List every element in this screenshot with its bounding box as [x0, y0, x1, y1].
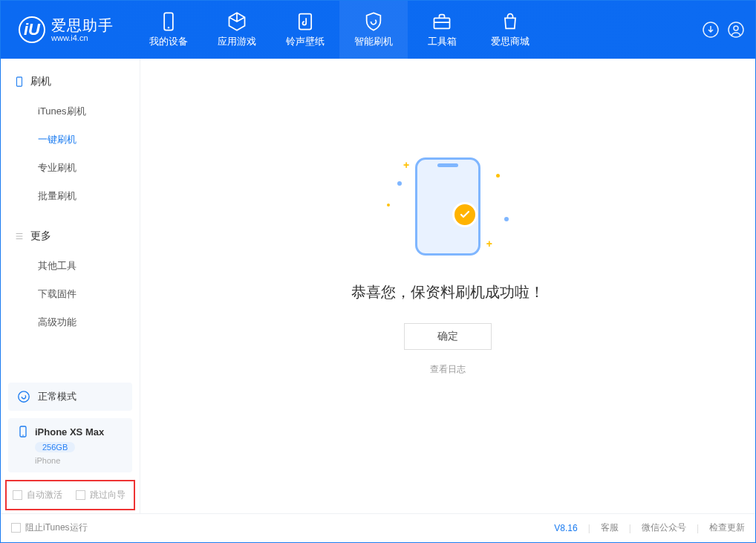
device-type: iPhone: [35, 456, 123, 465]
sidebar-section-flash: 刷机: [1, 69, 140, 94]
svg-point-7: [729, 22, 743, 37]
tab-store[interactable]: 爱思商城: [476, 1, 544, 59]
check-badge-icon: [452, 202, 478, 227]
device-mode-box[interactable]: 正常模式: [8, 383, 132, 411]
wechat-link[interactable]: 微信公众号: [642, 521, 686, 534]
footer-bar: 阻止iTunes运行 V8.16 | 客服 | 微信公众号 | 检查更新: [1, 513, 755, 542]
sidebar-item-advanced[interactable]: 高级功能: [1, 308, 140, 336]
tab-my-device[interactable]: 我的设备: [134, 1, 203, 59]
phone-small-icon: [17, 426, 29, 438]
toolbox-icon: [431, 11, 452, 32]
svg-rect-9: [17, 77, 22, 86]
tab-ringtone-wallpaper[interactable]: 铃声壁纸: [271, 1, 339, 59]
checkbox-icon: [11, 523, 21, 533]
checkbox-auto-activate[interactable]: 自动激活: [13, 489, 62, 501]
view-log-link[interactable]: 查看日志: [430, 363, 466, 376]
device-icon: [14, 77, 25, 87]
shield-refresh-icon: [363, 11, 384, 32]
user-icon[interactable]: [727, 21, 745, 39]
svg-rect-3: [434, 18, 450, 28]
sidebar-section-more: 更多: [1, 224, 140, 249]
support-link[interactable]: 客服: [601, 521, 619, 534]
download-icon[interactable]: [702, 21, 720, 39]
app-url: www.i4.cn: [51, 33, 114, 42]
sidebar-item-oneclick-flash[interactable]: 一键刷机: [1, 126, 140, 154]
svg-rect-2: [299, 14, 311, 30]
app-logo: iU 爱思助手 www.i4.cn: [1, 16, 127, 43]
svg-point-8: [734, 26, 738, 30]
success-message: 恭喜您，保资料刷机成功啦！: [351, 282, 544, 302]
app-title: 爱思助手: [51, 17, 114, 33]
device-info-box[interactable]: iPhone XS Max 256GB iPhone: [8, 418, 132, 472]
tab-apps[interactable]: 应用游戏: [203, 1, 271, 59]
bag-icon: [500, 11, 521, 32]
content-area: ++ 恭喜您，保资料刷机成功啦！ 确定 查看日志: [140, 59, 755, 513]
app-header: iU 爱思助手 www.i4.cn 我的设备 应用游戏 铃声壁纸 智能刷机 工具…: [1, 1, 755, 59]
sidebar-item-download-firmware[interactable]: 下载固件: [1, 280, 140, 308]
sidebar-item-itunes-flash[interactable]: iTunes刷机: [1, 97, 140, 126]
list-icon: [14, 231, 25, 241]
sidebar-item-pro-flash[interactable]: 专业刷机: [1, 154, 140, 182]
header-right-icons: [702, 21, 755, 39]
phone-icon: [158, 11, 179, 32]
sidebar-item-other-tools[interactable]: 其他工具: [1, 252, 140, 280]
logo-icon: iU: [19, 16, 45, 43]
ok-button[interactable]: 确定: [404, 323, 492, 350]
checkbox-skip-guide[interactable]: 跳过向导: [76, 489, 126, 501]
check-update-link[interactable]: 检查更新: [709, 521, 745, 534]
refresh-icon: [17, 390, 30, 403]
checkbox-icon: [13, 490, 22, 500]
options-highlight-box: 自动激活 跳过向导: [5, 480, 135, 510]
tab-smart-flash[interactable]: 智能刷机: [339, 1, 408, 59]
success-illustration: ++: [381, 152, 515, 263]
sidebar-item-batch-flash[interactable]: 批量刷机: [1, 182, 140, 210]
nav-tabs: 我的设备 应用游戏 铃声壁纸 智能刷机 工具箱 爱思商城: [134, 1, 544, 59]
version-label: V8.16: [554, 523, 577, 533]
cube-icon: [227, 11, 247, 32]
device-mode-label: 正常模式: [38, 390, 76, 403]
music-file-icon: [295, 11, 316, 32]
checkbox-icon: [76, 490, 85, 500]
main-area: 刷机 iTunes刷机 一键刷机 专业刷机 批量刷机 更多 其他工具 下载固件 …: [1, 59, 755, 513]
svg-point-12: [22, 435, 24, 436]
svg-point-1: [168, 27, 169, 28]
checkbox-block-itunes[interactable]: 阻止iTunes运行: [11, 521, 88, 534]
tab-toolbox[interactable]: 工具箱: [408, 1, 476, 59]
window-controls: [693, 8, 745, 22]
sidebar: 刷机 iTunes刷机 一键刷机 专业刷机 批量刷机 更多 其他工具 下载固件 …: [1, 59, 140, 513]
device-capacity: 256GB: [35, 442, 75, 452]
svg-point-10: [19, 391, 29, 402]
device-name: iPhone XS Max: [35, 426, 104, 438]
